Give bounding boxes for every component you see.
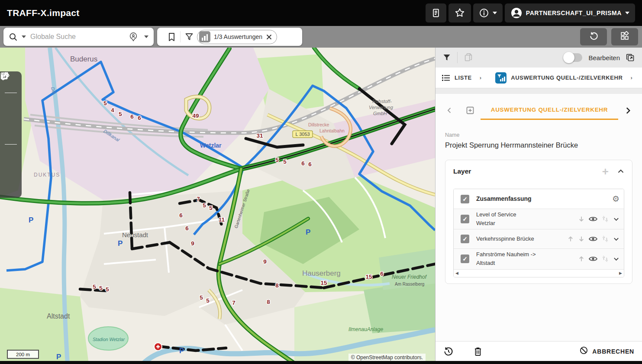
divider bbox=[5, 144, 17, 145]
expand-layer-icon[interactable] bbox=[613, 236, 619, 242]
expand-layer-icon[interactable] bbox=[613, 256, 619, 262]
svg-text:49: 49 bbox=[192, 113, 199, 119]
toggle-knob bbox=[563, 52, 574, 63]
svg-text:Verwertung: Verwertung bbox=[369, 105, 394, 110]
filter-icon[interactable] bbox=[442, 53, 451, 62]
app-bar: TRAFF-X.impact bbox=[0, 0, 642, 26]
search-icon[interactable] bbox=[9, 32, 18, 42]
reports-button[interactable] bbox=[426, 3, 446, 23]
widgets-button[interactable] bbox=[611, 28, 638, 45]
svg-text:P: P bbox=[56, 353, 61, 361]
layer-checkbox[interactable]: ✓ bbox=[461, 235, 469, 243]
unlink-icon[interactable] bbox=[601, 235, 609, 243]
svg-text:15: 15 bbox=[320, 280, 327, 286]
close-icon[interactable] bbox=[266, 34, 272, 40]
tab-next-button[interactable] bbox=[624, 107, 632, 114]
measure-button[interactable] bbox=[0, 147, 22, 162]
map-svg: L 3053 5 4 5 6 6 49 31 5 5 6 6 7 5 5 11 … bbox=[0, 48, 435, 364]
road-shield: L 3053 bbox=[293, 131, 313, 138]
move-up-icon[interactable] bbox=[578, 255, 585, 262]
svg-text:5: 5 bbox=[283, 158, 287, 165]
collapse-section-button[interactable] bbox=[617, 168, 624, 175]
layer-row-level-of-service: ✓ Level of Service Wetzlar bbox=[454, 209, 624, 229]
breadcrumb-auswertung[interactable]: AUSWERTUNG QUELL-/ZIELVERKEHR bbox=[511, 74, 623, 81]
svg-text:5: 5 bbox=[99, 285, 103, 291]
svg-text:6: 6 bbox=[308, 161, 312, 168]
tab-prev-button[interactable] bbox=[446, 107, 453, 114]
svg-text:5: 5 bbox=[106, 286, 109, 293]
layer-checkbox[interactable]: ✓ bbox=[461, 215, 469, 223]
bottom-edge-strip bbox=[0, 361, 642, 364]
tab-title[interactable]: AUSWERTUNG QUELL-/ZIELVERKEHR bbox=[491, 106, 608, 113]
svg-text:31: 31 bbox=[256, 132, 263, 139]
layer-label: Verkehrsspinne Brücke bbox=[476, 235, 536, 243]
layer-checkbox[interactable]: ✓ bbox=[461, 195, 469, 203]
app-window: TRAFF-X.impact bbox=[0, 0, 642, 364]
svg-text:5: 5 bbox=[275, 157, 279, 163]
edit-toggle[interactable] bbox=[564, 53, 582, 62]
visibility-eye-icon[interactable] bbox=[589, 236, 597, 242]
info-menu-button[interactable] bbox=[473, 3, 503, 23]
unlink-icon[interactable] bbox=[601, 255, 609, 263]
evaluations-chip-label: 1/3 Auswertungen bbox=[214, 33, 262, 40]
favorites-button[interactable] bbox=[448, 3, 471, 23]
breadcrumb-liste[interactable]: LISTE bbox=[455, 74, 472, 81]
svg-text:Neustadt: Neustadt bbox=[122, 231, 148, 238]
zoom-out-button[interactable] bbox=[0, 111, 22, 126]
favorites-map-button[interactable] bbox=[0, 162, 22, 178]
cancel-button-label: ABBRECHEN bbox=[592, 348, 634, 355]
gear-icon[interactable]: ⚙ bbox=[612, 194, 619, 204]
svg-text:L 3053: L 3053 bbox=[295, 132, 310, 137]
tab-navigation: AUSWERTUNG QUELL-/ZIELVERKEHR bbox=[446, 101, 632, 120]
delete-trash-button[interactable] bbox=[474, 347, 482, 356]
map-scale: 200 m bbox=[7, 350, 39, 359]
svg-text:6: 6 bbox=[130, 113, 134, 120]
person-pin-icon[interactable] bbox=[129, 32, 138, 42]
name-field-value[interactable]: Projekt Sperrung Herrmannsteiner Brücke bbox=[445, 141, 632, 149]
expand-layer-icon[interactable] bbox=[613, 216, 619, 222]
name-field: Name Projekt Sperrung Herrmannsteiner Br… bbox=[445, 132, 632, 149]
name-field-label: Name bbox=[445, 132, 632, 138]
cancel-button[interactable]: ABBRECHEN bbox=[580, 346, 634, 356]
share-map-button[interactable] bbox=[0, 178, 22, 193]
user-menu-button[interactable]: PARTNERSCHAFT_UI_PRISMA bbox=[505, 3, 635, 23]
move-up-icon[interactable] bbox=[567, 235, 574, 242]
filter-funnel-icon[interactable] bbox=[185, 32, 194, 41]
toolbar: Globale Suche 1/3 Auswertungen bbox=[0, 26, 642, 48]
scroll-right-icon[interactable]: ▶ bbox=[619, 271, 622, 275]
reset-view-button[interactable] bbox=[580, 28, 607, 45]
divider bbox=[436, 88, 642, 94]
search-input[interactable]: Globale Suche bbox=[30, 33, 129, 41]
breadcrumb: LISTE › AUSWERTUNG QUELL-/ZIELVERKEHR › bbox=[436, 68, 642, 88]
map-attribution[interactable]: © OpenStreetMap contributors. bbox=[348, 354, 426, 361]
unlink-icon[interactable] bbox=[601, 215, 609, 223]
evaluations-chip[interactable]: 1/3 Auswertungen bbox=[197, 30, 277, 44]
svg-text:Am Rasselberg: Am Rasselberg bbox=[395, 282, 424, 287]
list-icon bbox=[442, 74, 450, 82]
chevron-right-icon: › bbox=[631, 74, 632, 81]
bookmark-icon[interactable] bbox=[168, 32, 176, 42]
locate-options-caret[interactable] bbox=[144, 35, 148, 38]
search-options-caret[interactable] bbox=[22, 35, 26, 38]
svg-text:5: 5 bbox=[206, 297, 210, 304]
add-tab-icon[interactable] bbox=[466, 106, 474, 115]
map-canvas[interactable]: L 3053 5 4 5 6 6 49 31 5 5 6 6 7 5 5 11 … bbox=[0, 48, 435, 364]
visibility-eye-icon[interactable] bbox=[589, 216, 597, 222]
zoom-in-button[interactable] bbox=[0, 95, 22, 111]
layer-checkbox[interactable]: ✓ bbox=[461, 254, 469, 263]
move-down-icon[interactable] bbox=[578, 216, 585, 222]
undo-history-button[interactable] bbox=[443, 346, 454, 357]
global-search: Globale Suche bbox=[3, 28, 154, 46]
horizontal-scrollbar[interactable]: ◀ ▶ bbox=[454, 269, 624, 277]
open-in-new-icon[interactable] bbox=[626, 53, 635, 62]
add-layer-button[interactable]: + bbox=[602, 167, 609, 176]
copy-icon[interactable] bbox=[464, 53, 473, 62]
avatar bbox=[510, 7, 523, 19]
edit-toggle-label: Bearbeiten bbox=[588, 54, 620, 61]
move-down-icon[interactable] bbox=[578, 235, 585, 242]
globe-button[interactable] bbox=[0, 126, 22, 142]
visibility-eye-icon[interactable] bbox=[589, 256, 597, 262]
scroll-left-icon[interactable]: ◀ bbox=[455, 271, 458, 275]
block-icon bbox=[580, 346, 588, 356]
details-panel: Bearbeiten LISTE › AUSWERTUNG QUELL-/ZIE… bbox=[435, 48, 642, 364]
